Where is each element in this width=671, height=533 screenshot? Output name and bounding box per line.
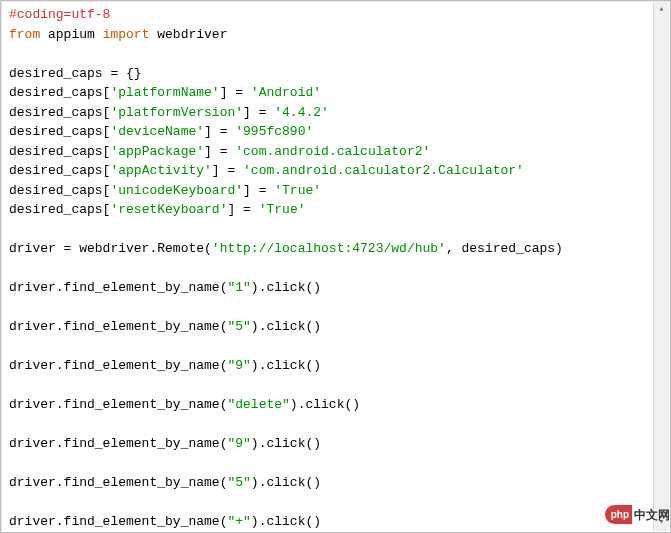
code-token: ] = — [227, 202, 258, 217]
vertical-scrollbar[interactable]: ▴ ▾ — [653, 2, 669, 531]
code-token: 'com.android.calculator2.Calculator' — [243, 163, 524, 178]
code-line: driver = webdriver.Remote('http://localh… — [9, 241, 563, 256]
code-line: driver.find_element_by_name("9").click() — [9, 436, 321, 451]
code-token: 'Android' — [251, 85, 321, 100]
code-token: "+" — [227, 514, 250, 529]
scroll-up-button[interactable]: ▴ — [654, 2, 669, 18]
code-token: desired_caps[ — [9, 85, 110, 100]
code-token: driver.find_element_by_name( — [9, 475, 227, 490]
code-token: 'deviceName' — [110, 124, 204, 139]
code-token: 'platformName' — [110, 85, 219, 100]
code-token: "9" — [227, 358, 250, 373]
code-line: desired_caps['unicodeKeyboard'] = 'True' — [9, 183, 321, 198]
code-token: desired_caps[ — [9, 105, 110, 120]
code-line: desired_caps['appActivity'] = 'com.andro… — [9, 163, 524, 178]
code-token: "delete" — [227, 397, 289, 412]
code-line: #coding=utf-8 — [9, 7, 110, 22]
code-line: desired_caps = {} — [9, 66, 142, 81]
code-line: driver.find_element_by_name("5").click() — [9, 475, 321, 490]
code-token: desired_caps[ — [9, 124, 110, 139]
code-token: driver.find_element_by_name( — [9, 280, 227, 295]
code-line: driver.find_element_by_name("+").click() — [9, 514, 321, 529]
code-line: driver.find_element_by_name("1").click() — [9, 280, 321, 295]
code-token: desired_caps[ — [9, 144, 110, 159]
code-line: desired_caps['platformVersion'] = '4.4.2… — [9, 105, 329, 120]
watermark: php 中文网 — [605, 505, 670, 524]
code-token: ] = — [204, 144, 235, 159]
code-line: desired_caps['resetKeyboard'] = 'True' — [9, 202, 305, 217]
code-token: , desired_caps) — [446, 241, 563, 256]
code-token: '995fc890' — [235, 124, 313, 139]
code-token: ).click() — [251, 514, 321, 529]
code-token: ).click() — [251, 319, 321, 334]
code-token: ).click() — [251, 280, 321, 295]
code-token: 'platformVersion' — [110, 105, 243, 120]
code-token: ).click() — [251, 436, 321, 451]
code-line: desired_caps['platformName'] = 'Android' — [9, 85, 321, 100]
editor-frame: #coding=utf-8 from appium import webdriv… — [0, 0, 671, 533]
code-token: "5" — [227, 319, 250, 334]
code-token: ] = — [212, 163, 243, 178]
code-token: driver.find_element_by_name( — [9, 358, 227, 373]
code-token: 'appActivity' — [110, 163, 211, 178]
code-token: import — [103, 27, 150, 42]
code-line: desired_caps['deviceName'] = '995fc890' — [9, 124, 313, 139]
watermark-text: 中文网 — [634, 506, 670, 524]
code-token: ).click() — [290, 397, 360, 412]
code-token: driver.find_element_by_name( — [9, 319, 227, 334]
code-token: ).click() — [251, 475, 321, 490]
code-line: driver.find_element_by_name("delete").cl… — [9, 397, 360, 412]
code-token: desired_caps[ — [9, 183, 110, 198]
code-token: 'com.android.calculator2' — [235, 144, 430, 159]
code-token: 'appPackage' — [110, 144, 204, 159]
code-token: desired_caps = {} — [9, 66, 142, 81]
code-token: ] = — [204, 124, 235, 139]
code-token: driver.find_element_by_name( — [9, 514, 227, 529]
code-token: desired_caps[ — [9, 202, 110, 217]
scroll-track[interactable] — [654, 18, 669, 515]
code-line: from appium import webdriver — [9, 27, 227, 42]
code-line: desired_caps['appPackage'] = 'com.androi… — [9, 144, 430, 159]
code-token: '4.4.2' — [274, 105, 329, 120]
code-token: ] = — [243, 183, 274, 198]
code-token: from — [9, 27, 40, 42]
code-token: #coding=utf-8 — [9, 7, 110, 22]
code-token: webdriver — [149, 27, 227, 42]
code-token: driver.find_element_by_name( — [9, 436, 227, 451]
code-token: 'http://localhost:4723/wd/hub' — [212, 241, 446, 256]
code-token: ] = — [220, 85, 251, 100]
code-token: "5" — [227, 475, 250, 490]
code-token: "9" — [227, 436, 250, 451]
code-token: appium — [40, 27, 102, 42]
code-token: ] = — [243, 105, 274, 120]
code-line: driver.find_element_by_name("9").click() — [9, 358, 321, 373]
code-token: 'unicodeKeyboard' — [110, 183, 243, 198]
watermark-badge: php — [605, 505, 632, 524]
code-token: 'True' — [259, 202, 306, 217]
code-token: desired_caps[ — [9, 163, 110, 178]
code-token: driver.find_element_by_name( — [9, 397, 227, 412]
code-line: driver.find_element_by_name("5").click() — [9, 319, 321, 334]
code-token: driver = webdriver.Remote( — [9, 241, 212, 256]
code-token: 'True' — [274, 183, 321, 198]
code-token: "1" — [227, 280, 250, 295]
code-token: 'resetKeyboard' — [110, 202, 227, 217]
code-view[interactable]: #coding=utf-8 from appium import webdriv… — [1, 1, 670, 533]
code-token: ).click() — [251, 358, 321, 373]
